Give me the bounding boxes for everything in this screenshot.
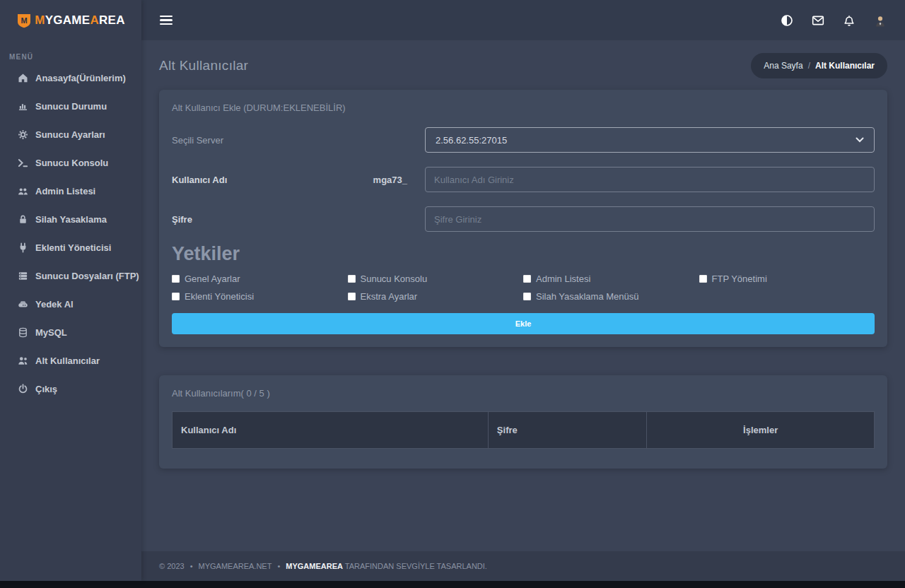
bar-chart-icon — [18, 101, 28, 112]
password-input[interactable] — [425, 206, 875, 232]
gear-icon — [18, 129, 28, 140]
server-select[interactable]: 2.56.62.55:27015 — [425, 127, 875, 153]
page-title: Alt Kullanıcılar — [159, 58, 248, 74]
table-header-row: Kullanıcı Adı Şifre İşlemler — [173, 412, 875, 449]
subusers-card: Alt Kullanıcılarım( 0 / 5 ) Kullanıcı Ad… — [159, 375, 887, 469]
sidebar-item-yedek-al[interactable]: Yedek Al — [0, 290, 141, 318]
username-prefix: mga73_ — [373, 175, 407, 185]
footer-bullet: • — [190, 562, 193, 570]
main-content: Alt Kullanıcılar Ana Sayfa / Alt Kullanı… — [141, 40, 905, 551]
sidebar-item-label: Yedek Al — [35, 299, 74, 310]
brand-seg: YGAME — [45, 13, 90, 27]
sidebar-item-label: Çıkış — [35, 384, 57, 394]
sidebar-item-label: Anasayfa(Ürünlerim) — [35, 73, 126, 83]
brand-logo[interactable]: M MYGAMEAREA — [0, 0, 141, 40]
sidebar-item-label: Silah Yasaklama — [35, 214, 107, 225]
hamburger-menu-icon[interactable] — [160, 13, 173, 28]
column-header-password: Şifre — [488, 412, 646, 449]
chevron-down-icon — [856, 137, 864, 143]
checkbox[interactable] — [172, 293, 180, 300]
sidebar-item-alt-kullanicilar[interactable]: Alt Kullanıcılar — [0, 346, 141, 375]
users-icon — [18, 355, 28, 366]
sidebar-item-eklenti-yoneticisi[interactable]: Eklenti Yöneticisi — [0, 233, 141, 261]
terminal-icon — [18, 158, 28, 168]
sidebar-item-sunucu-durumu[interactable]: Sunucu Durumu — [0, 92, 141, 120]
brand-name: MYGAMEAREA — [35, 13, 125, 28]
sidebar: M MYGAMEAREA MENÜ Anasayfa(Ürünlerim) Su… — [0, 0, 141, 581]
permissions-grid: Genel Ayarlar Sunucu Konsolu Admin Liste… — [172, 274, 875, 302]
permission-label: Sunucu Konsolu — [361, 274, 428, 284]
footer-site-link[interactable]: MYGAMEAREA.NET — [199, 562, 272, 570]
breadcrumb-current: Alt Kullanıcılar — [815, 61, 875, 71]
brand-shield-icon: M — [16, 13, 32, 28]
permission-label: Genel Ayarlar — [185, 274, 240, 284]
footer-bullet: • — [277, 562, 280, 570]
sidebar-item-sunucu-konsolu[interactable]: Sunucu Konsolu — [0, 148, 141, 177]
permission-label: Admin Listesi — [536, 274, 590, 284]
sidebar-item-cikis[interactable]: Çıkış — [0, 375, 141, 403]
checkbox[interactable] — [172, 275, 180, 283]
brand-seg: REA — [99, 13, 125, 27]
sidebar-item-admin-listesi[interactable]: Admin Listesi — [0, 177, 141, 205]
checkbox[interactable] — [523, 293, 531, 300]
permission-label: Silah Yasaklama Menüsü — [536, 291, 639, 302]
breadcrumb-home-link[interactable]: Ana Sayfa — [764, 61, 802, 71]
sidebar-item-label: Admin Listesi — [35, 186, 95, 196]
add-button[interactable]: Ekle — [172, 313, 875, 334]
power-icon — [18, 384, 28, 394]
lock-icon — [18, 214, 28, 225]
breadcrumb: Ana Sayfa / Alt Kullanıcılar — [751, 53, 887, 78]
bell-icon[interactable] — [843, 14, 856, 27]
permission-item[interactable]: Ekstra Ayarlar — [348, 291, 524, 302]
sidebar-item-anasayfa[interactable]: Anasayfa(Ürünlerim) — [0, 64, 141, 92]
username-input[interactable] — [425, 167, 875, 192]
breadcrumb-separator: / — [808, 61, 810, 71]
footer-copyright: © 2023 — [159, 562, 185, 570]
home-icon — [18, 73, 28, 83]
permission-item[interactable]: Sunucu Konsolu — [348, 274, 524, 284]
plug-icon — [18, 242, 28, 253]
permission-item[interactable]: FTP Yönetimi — [699, 274, 875, 284]
topbar — [141, 0, 905, 40]
users-group-icon — [18, 186, 28, 196]
brand-seg: M — [35, 13, 45, 27]
permissions-title: Yetkiler — [172, 243, 875, 265]
sidebar-item-sunucu-dosyalari[interactable]: Sunucu Dosyaları (FTP) — [0, 261, 141, 290]
password-label: Şifre — [172, 214, 192, 225]
contrast-icon[interactable] — [781, 14, 793, 27]
sidebar-item-label: Eklenti Yöneticisi — [35, 242, 111, 253]
user-avatar[interactable] — [874, 14, 887, 27]
password-row: Şifre — [172, 206, 875, 232]
permission-item[interactable]: Genel Ayarlar — [172, 274, 348, 284]
sidebar-item-label: Sunucu Konsolu — [35, 158, 108, 168]
mail-icon[interactable] — [812, 14, 824, 27]
subusers-table: Kullanıcı Adı Şifre İşlemler — [172, 411, 875, 449]
checkbox[interactable] — [523, 275, 531, 283]
sidebar-item-sunucu-ayarlari[interactable]: Sunucu Ayarları — [0, 120, 141, 148]
add-subuser-card: Alt Kullanıcı Ekle (DURUM:EKLENEBİLİR) S… — [159, 90, 887, 347]
checkbox[interactable] — [699, 275, 707, 283]
server-select-row: Seçili Server 2.56.62.55:27015 — [172, 127, 875, 153]
server-icon — [18, 271, 28, 281]
footer: © 2023 • MYGAMEAREA.NET • MYGAMEAREA TAR… — [141, 551, 905, 581]
checkbox[interactable] — [348, 275, 356, 283]
username-label: Kullanıcı Adı — [172, 175, 227, 185]
menu-section-label: MENÜ — [0, 40, 141, 64]
sidebar-item-label: Alt Kullanıcılar — [35, 355, 100, 366]
add-subuser-card-title: Alt Kullanıcı Ekle (DURUM:EKLENEBİLİR) — [172, 102, 875, 113]
column-header-actions: İşlemler — [647, 412, 875, 449]
permission-item[interactable]: Silah Yasaklama Menüsü — [523, 291, 699, 302]
permission-item[interactable]: Admin Listesi — [523, 274, 699, 284]
sidebar-item-label: Sunucu Durumu — [35, 101, 107, 112]
sidebar-item-label: MySQL — [35, 327, 67, 338]
footer-brand: MYGAMEAREA — [286, 562, 343, 570]
permission-item[interactable]: Eklenti Yöneticisi — [172, 291, 348, 302]
brand-seg: A — [90, 13, 99, 27]
sidebar-item-label: Sunucu Ayarları — [35, 129, 105, 140]
permission-label: Eklenti Yöneticisi — [185, 291, 254, 302]
hdd-icon — [18, 299, 28, 310]
sidebar-item-mysql[interactable]: MySQL — [0, 318, 141, 346]
sidebar-item-silah-yasaklama[interactable]: Silah Yasaklama — [0, 205, 141, 233]
subusers-card-title: Alt Kullanıcılarım( 0 / 5 ) — [172, 388, 875, 399]
checkbox[interactable] — [348, 293, 356, 300]
